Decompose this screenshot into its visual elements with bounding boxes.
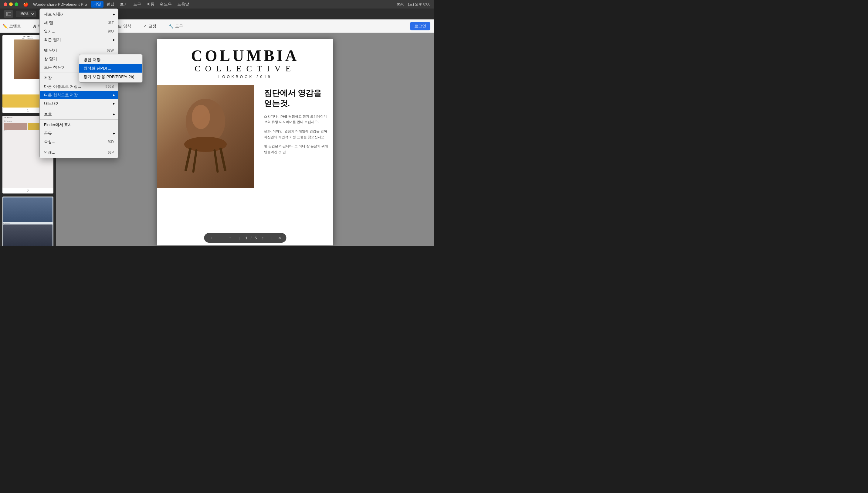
menu-bar: 파일 편집 보기 도구 이동 윈도우 도움말 — [91, 1, 191, 7]
current-page-number: 1 — [245, 236, 247, 240]
pdf-brand-title: COLUMBIA — [163, 48, 327, 64]
shortcut-properties: ⌘D — [108, 140, 114, 144]
optimized-pdf-option[interactable]: 최적화 된PDF... — [79, 64, 142, 72]
menu-recent[interactable]: 최근 열기 — [40, 36, 118, 44]
app-name-label: Wondershare PDFelement Pro — [33, 2, 87, 7]
svg-line-6 — [186, 149, 190, 170]
menu-close-tab[interactable]: 탭 닫기 ⌘W — [40, 46, 118, 55]
prev-page-button[interactable]: ↑ — [227, 235, 233, 241]
text-icon: A — [33, 24, 36, 28]
menu-new-tab[interactable]: 새 탭 ⌘T — [40, 19, 118, 27]
zoom-selector[interactable]: 150% 100% 75% 200% — [16, 10, 36, 17]
menu-save-as[interactable]: 다른 이름으로 저장... ⇧⌘S — [40, 82, 118, 91]
close-bottom-nav-button[interactable]: ✕ — [278, 236, 281, 240]
menu-save-format[interactable]: 다른 형식으로 저장 — [40, 91, 118, 99]
toc-img3 — [4, 123, 27, 130]
menu-tools[interactable]: 도구 — [131, 1, 143, 7]
thumb3-img2 — [3, 224, 52, 246]
shortcut-new-tab: ⌘T — [108, 21, 114, 25]
menu-help[interactable]: 도움말 — [175, 1, 191, 7]
svg-rect-0 — [6, 12, 7, 16]
correction-button[interactable]: ✓ 교정 — [141, 22, 159, 30]
svg-rect-3 — [8, 15, 11, 16]
titlebar: 🍎 Wondershare PDFelement Pro 파일 편집 보기 도구… — [0, 0, 434, 8]
titlebar-right: 95% (토) 오후 8:06 — [397, 2, 430, 7]
separator-5 — [40, 147, 118, 147]
tools-button[interactable]: 🔧 도구 — [166, 22, 185, 30]
menu-export[interactable]: 내보내기 — [40, 99, 118, 108]
menu-edit[interactable]: 편집 — [104, 1, 117, 7]
shortcut-open: ⌘O — [108, 29, 114, 34]
datetime-status: (토) 오후 8:06 — [408, 2, 430, 7]
menu-go[interactable]: 이동 — [144, 1, 157, 7]
pdf-body-1-korean: 스칸디나비아를 탐험하고 현지 크리에이티브와 유명 디자이너를 만나 보십시오… — [264, 114, 328, 125]
separator-1 — [40, 45, 118, 45]
svg-line-8 — [193, 150, 196, 172]
svg-rect-2 — [8, 14, 11, 14]
comment-icon: ✏️ — [2, 24, 7, 28]
svg-line-7 — [221, 149, 225, 170]
pdf-collective-title: COLLECTIVE — [163, 64, 327, 73]
svg-line-9 — [214, 150, 218, 172]
form-label: 양식 — [123, 23, 131, 29]
pdf-body-3-korean: 한 공간은 아닙니다. 그 더나 잘 은살기 위해 만들어진 것 입 — [264, 143, 328, 155]
pdf-body-2-korean: 문화, 디자인, 열정의 디테일에 영감을 받아 자신만의 개인적 가정 표현을… — [264, 128, 328, 140]
pdf-page: COLUMBIA COLLECTIVE LOOKBOOK 2019 — [157, 39, 333, 245]
merge-save-option[interactable]: 병합 저장... — [79, 56, 142, 64]
zoom-out-button[interactable]: − — [218, 235, 224, 241]
comment-label: 코멘트 — [9, 23, 21, 29]
page-thumb-3[interactable]: 20 스칸디나비아 30 모던 디자인 3 — [2, 196, 53, 246]
sidebar-toggle-button[interactable] — [4, 10, 13, 18]
battery-status: 95% — [397, 2, 404, 6]
thumb1-chair-image — [14, 40, 42, 79]
shortcut-print: ⌘P — [108, 150, 114, 155]
close-window-button[interactable] — [4, 2, 7, 6]
total-pages-number: 5 — [255, 236, 257, 240]
svg-rect-1 — [8, 13, 11, 13]
fullscreen-window-button[interactable] — [15, 2, 18, 6]
apple-menu-icon[interactable]: 🍎 — [23, 2, 28, 7]
menu-view[interactable]: 보기 — [117, 1, 130, 7]
menu-finder[interactable]: Finder에서 표시 — [40, 121, 118, 129]
traffic-lights — [4, 2, 18, 6]
bottom-navigation: + − ↑ ↓ 1 / 5 ↑ ↓ ✕ — [204, 233, 286, 243]
thumb3-img1 — [3, 197, 52, 222]
separator-3 — [40, 109, 118, 109]
scroll-down-button[interactable]: ↓ — [269, 235, 275, 241]
shortcut-close-tab: ⌘W — [107, 48, 114, 52]
shortcut-save-as: ⇧⌘S — [105, 84, 114, 89]
pdf-headline-korean: 집단에서 영감을 얻는것. — [264, 88, 328, 109]
titlebar-left: 🍎 Wondershare PDFelement Pro 파일 편집 보기 도구… — [4, 1, 191, 7]
archive-pdf-option[interactable]: 장기 보관 용 PDF(PDF/A-2b) — [79, 72, 142, 81]
save-format-submenu[interactable]: 병합 저장... 최적화 된PDF... 장기 보관 용 PDF(PDF/A-2… — [79, 54, 143, 83]
file-menu-dropdown[interactable]: 새로 만들기 새 탭 ⌘T 열기... ⌘O 최근 열기 탭 닫기 ⌘W 창 닫… — [40, 8, 118, 158]
svg-point-10 — [192, 105, 210, 129]
tools-icon: 🔧 — [168, 24, 174, 28]
login-button[interactable]: 로그인 — [410, 22, 430, 30]
scroll-up-button[interactable]: ↑ — [260, 235, 266, 241]
zoom-in-button[interactable]: + — [209, 235, 215, 241]
comment-button[interactable]: ✏️ 코멘트 — [0, 22, 23, 30]
download-button[interactable]: ↓ — [236, 235, 242, 241]
minimize-window-button[interactable] — [9, 2, 13, 6]
pdf-chair-image — [157, 85, 254, 188]
tools-label: 도구 — [175, 23, 183, 29]
menu-protect[interactable]: 보호 — [40, 110, 118, 119]
thumb-content-3: 20 스칸디나비아 30 모던 디자인 — [2, 196, 53, 246]
menu-properties[interactable]: 속성... ⌘D — [40, 137, 118, 146]
menu-print[interactable]: 인쇄... ⌘P — [40, 148, 118, 157]
pdf-header: COLUMBIA COLLECTIVE LOOKBOOK 2019 — [157, 39, 333, 82]
menu-new[interactable]: 새로 만들기 — [40, 10, 118, 19]
page-2-label: 2 — [2, 188, 53, 193]
menu-file[interactable]: 파일 — [91, 1, 104, 7]
form-icon: ⊞ — [118, 24, 122, 28]
correction-icon: ✓ — [143, 24, 147, 28]
page-separator: / — [250, 236, 252, 240]
menu-open[interactable]: 열기... ⌘O — [40, 27, 118, 36]
pdf-right-text: 집단에서 영감을 얻는것. 스칸디나비아를 탐험하고 현지 크리에이티브와 유명… — [259, 82, 333, 165]
menu-share[interactable]: 공유 — [40, 129, 118, 137]
menu-window[interactable]: 윈도우 — [158, 1, 174, 7]
pdf-lookbook-label: LOOKBOOK 2019 — [163, 75, 327, 79]
correction-label: 교정 — [149, 23, 156, 29]
